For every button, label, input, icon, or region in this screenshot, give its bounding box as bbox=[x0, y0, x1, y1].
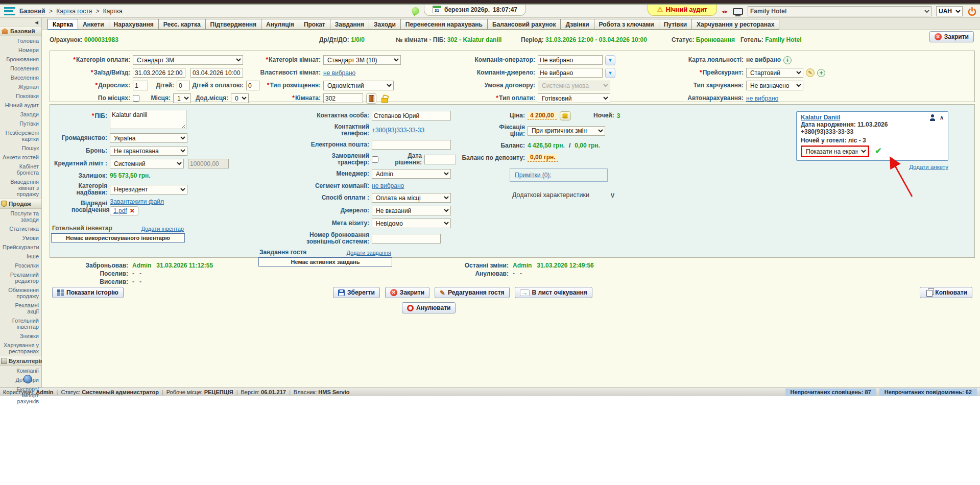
credit-limit-select[interactable]: Системний bbox=[110, 159, 184, 168]
transfer-checkbox[interactable] bbox=[372, 156, 378, 163]
room-features-link[interactable]: не вибрано bbox=[323, 69, 355, 77]
hotel-select[interactable]: Family Hotel bbox=[748, 6, 931, 16]
close-card-button[interactable]: ✕ Закрити bbox=[929, 31, 974, 42]
waitlist-button[interactable]: → В лист очікування bbox=[515, 287, 592, 298]
sidebar-item-Номери[interactable]: Номери bbox=[0, 45, 41, 55]
by-places-checkbox[interactable] bbox=[133, 95, 139, 102]
meal-type-select[interactable]: Не визначено bbox=[746, 81, 803, 90]
fullname-textarea[interactable]: Kalatur daniil bbox=[110, 110, 186, 129]
placement-type-select[interactable]: Одномістний bbox=[323, 81, 394, 90]
pricelist-select[interactable]: Стартовий bbox=[746, 68, 803, 78]
sidebar-item-Послуги та заходи[interactable]: Послуги та заходи bbox=[0, 209, 41, 224]
tab-Дзвінки[interactable]: Дзвінки bbox=[560, 19, 594, 30]
workstation-icon[interactable] bbox=[733, 8, 743, 15]
sidebar-item-Експорт/Імпорт рахунків[interactable]: Експорт/Імпорт рахунків bbox=[0, 384, 41, 406]
sidebar-item-Дебітори[interactable]: Дебітори bbox=[0, 375, 41, 384]
tab-Анкети[interactable]: Анкети bbox=[78, 19, 109, 30]
external-booking-input[interactable] bbox=[372, 234, 441, 244]
tab-Заходи[interactable]: Заходи bbox=[369, 19, 401, 30]
logout-power-icon[interactable] bbox=[967, 7, 977, 16]
sidebar-item-Анкети гостей[interactable]: Анкети гостей bbox=[0, 153, 41, 162]
close-button[interactable]: ✕ Закрити bbox=[385, 287, 429, 298]
sidebar-item-Компанії[interactable]: Компанії bbox=[0, 366, 41, 375]
sidebar-item-Харчування у ресторанах[interactable]: Харчування у ресторанах bbox=[0, 341, 41, 356]
sidebar-item-Статистика[interactable]: Статистика bbox=[0, 224, 41, 233]
menu-icon[interactable] bbox=[4, 7, 15, 15]
room-plan-button[interactable] bbox=[366, 93, 376, 104]
guarantee-select[interactable]: Не гарантована bbox=[110, 146, 187, 156]
save-button[interactable]: Зберегти bbox=[333, 287, 380, 298]
sidebar-item-Журнал[interactable]: Журнал bbox=[0, 82, 41, 91]
sidebar-collapse-icon[interactable]: ◀ bbox=[0, 18, 41, 26]
sidebar-section-Бухгалтерія[interactable]: Бухгалтерія bbox=[0, 356, 41, 366]
sidebar-item-Прейскуранти[interactable]: Прейскуранти bbox=[0, 243, 41, 252]
guest-profile-name-link[interactable]: Kalatur Daniil bbox=[801, 114, 840, 121]
company-source-dropdown-button[interactable]: ▼ bbox=[605, 68, 615, 78]
tab-Завдання[interactable]: Завдання bbox=[330, 19, 369, 30]
breadcrumb-root[interactable]: Базовий bbox=[19, 8, 45, 15]
sidebar-item-Заходи[interactable]: Заходи bbox=[0, 110, 41, 119]
visit-purpose-select[interactable]: Невідомо bbox=[372, 219, 451, 228]
email-input[interactable] bbox=[372, 140, 451, 150]
chevron-up-icon[interactable]: ∧ bbox=[940, 114, 944, 121]
sidebar-item-Умови[interactable]: Умови bbox=[0, 233, 41, 243]
sidebar-item-Рекламний редактор[interactable]: Рекламний редактор bbox=[0, 270, 41, 285]
source-select[interactable]: Не вказаний bbox=[372, 206, 451, 215]
add-task-link[interactable]: Додати завдання bbox=[346, 250, 391, 256]
deposit-balance-value[interactable]: 0,00 грн. bbox=[528, 154, 558, 162]
copy-button[interactable]: Копіювати bbox=[920, 287, 972, 298]
pricelist-add-icon[interactable]: + bbox=[817, 69, 825, 77]
tab-Нарахування[interactable]: Нарахування bbox=[109, 19, 159, 30]
pay-method-select[interactable]: Оплата на місці bbox=[372, 193, 451, 203]
sidebar-item-Рекламні акції[interactable]: Рекламні акції bbox=[0, 301, 41, 316]
file-link[interactable]: 1.pdf bbox=[113, 207, 127, 214]
citizenship-select[interactable]: Україна bbox=[110, 133, 187, 143]
edit-guest-button[interactable]: ✎ Редагування гостя bbox=[435, 287, 510, 298]
contact-person-input[interactable] bbox=[372, 111, 451, 120]
add-inventory-link[interactable]: Додати інвентар bbox=[141, 226, 184, 232]
contact-phone-link[interactable]: +380(93)333-33-33 bbox=[372, 127, 424, 134]
tab-Робота з ключами[interactable]: Робота з ключами bbox=[594, 19, 659, 30]
manager-select[interactable]: Admin bbox=[372, 169, 451, 179]
tab-Балансовий рахунок[interactable]: Балансовий рахунок bbox=[487, 19, 561, 30]
tab-Прокат[interactable]: Прокат bbox=[299, 19, 330, 30]
sidebar-item-Виселення[interactable]: Виселення bbox=[0, 73, 41, 82]
tab-Підтвердження[interactable]: Підтвердження bbox=[205, 19, 262, 30]
tab-Картка[interactable]: Картка bbox=[47, 19, 78, 30]
pay-type-select[interactable]: Готівковий bbox=[538, 93, 610, 103]
sidebar-item-Пошук[interactable]: Пошук bbox=[0, 143, 41, 153]
decision-date-input[interactable] bbox=[424, 155, 456, 164]
room-category-select[interactable]: Стандарт 3М (10) bbox=[323, 55, 401, 65]
pay-category-select[interactable]: Стандарт 3М bbox=[133, 55, 243, 65]
company-operator-dropdown-button[interactable]: ▼ bbox=[605, 55, 615, 65]
sidebar-item-Готельний інвентар[interactable]: Готельний інвентар bbox=[0, 316, 41, 331]
coins-icon[interactable] bbox=[560, 111, 571, 120]
chat-balloon-icon[interactable] bbox=[412, 7, 419, 15]
loyalty-add-icon[interactable]: + bbox=[783, 56, 792, 64]
tab-Харчування у ресторанах[interactable]: Харчування у ресторанах bbox=[691, 19, 779, 30]
departure-input[interactable] bbox=[190, 68, 243, 78]
unlocked-padlock-icon[interactable] bbox=[381, 98, 388, 103]
sidebar-item-Нічний аудит[interactable]: Нічний аудит bbox=[0, 101, 41, 110]
sidebar-item-Покоївки[interactable]: Покоївки bbox=[0, 91, 41, 101]
sidebar-item-Путівки[interactable]: Путівки bbox=[0, 119, 41, 128]
room-number-input[interactable] bbox=[323, 93, 363, 103]
sidebar-item-Інше[interactable]: Інше bbox=[0, 252, 41, 261]
arrival-input[interactable] bbox=[133, 68, 185, 78]
sidebar-item-Знижки[interactable]: Знижки bbox=[0, 331, 41, 341]
adults-input[interactable] bbox=[133, 81, 148, 90]
sidebar-item-Розсилки[interactable]: Розсилки bbox=[0, 261, 41, 270]
tab-Перенесення нарахувань[interactable]: Перенесення нарахувань bbox=[400, 19, 488, 30]
add-profile-link[interactable]: Додати анкету bbox=[909, 164, 948, 170]
sidebar-section-Базовий[interactable]: Базовий bbox=[0, 26, 41, 36]
unread-notifications-badge[interactable]: Непрочитаних сповіщень: 87 bbox=[785, 389, 876, 396]
annul-button[interactable]: Анулювати bbox=[402, 302, 456, 313]
night-audit-badge[interactable]: ⚠ Нічний аудит bbox=[648, 5, 717, 16]
notes-box[interactable]: Примітки (0): bbox=[510, 168, 608, 182]
price-fixation-select[interactable]: При критичних змін bbox=[528, 126, 605, 136]
sidebar-item-Головна[interactable]: Головна bbox=[0, 36, 41, 45]
person-icon[interactable] bbox=[929, 114, 936, 121]
breadcrumb-parent[interactable]: Картка гостя bbox=[56, 8, 92, 15]
currency-select[interactable]: UAH bbox=[936, 6, 963, 16]
show-history-button[interactable]: Показати історію bbox=[52, 287, 124, 298]
